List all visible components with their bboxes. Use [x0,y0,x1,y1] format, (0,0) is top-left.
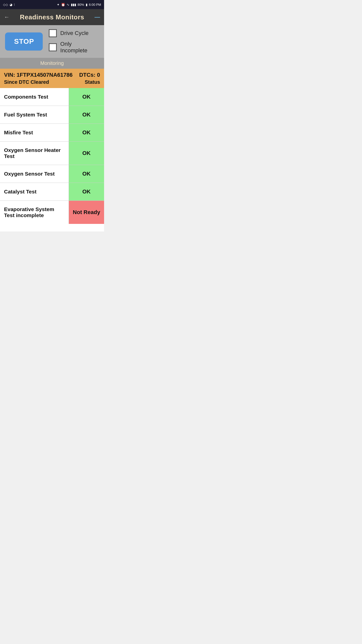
bluetooth-icon: ✦ [57,3,60,7]
minimize-button[interactable]: — [95,14,100,20]
monitoring-label: Monitoring [40,60,64,66]
only-incomplete-checkbox[interactable] [49,43,57,51]
battery-icon: ▮ [86,3,87,7]
stop-button[interactable]: STOP [5,32,43,51]
table-row: Fuel System TestOK [0,106,104,124]
battery-text: 80% [78,3,84,7]
table-row: Oxygen Sensor Heater TestOK [0,142,104,165]
table-row: Evaporative System Test incompleteNot Re… [0,201,104,224]
alarm-icon: ⏰ [61,3,65,7]
vin-left: VIN: 1FTPX14507NA61786 Since DTC Cleared [4,72,73,85]
voicemail-icon: ◇◇ [3,3,8,7]
drive-cycle-label: Drive Cycle [60,30,88,36]
status-column-header: Status [85,79,100,85]
checkboxes-container: Drive Cycle Only Incomplete [49,29,99,54]
status-bar: ◇◇ ◕ ⁝ ✦ ⏰ ∿ ▮▮▮ 80% ▮ 6:00 PM [0,0,104,9]
test-name-cell: Misfire Test [0,124,69,141]
test-status-cell: OK [69,124,104,141]
vin-display: VIN: 1FTPX14507NA61786 [4,72,73,78]
readiness-table: Components TestOKFuel System TestOKMisfi… [0,88,104,224]
test-name-cell: Evaporative System Test incomplete [0,201,69,224]
page-title: Readiness Monitors [20,13,84,21]
controls-section: STOP Drive Cycle Only Incomplete [0,25,104,58]
vin-right: DTCs: 0 Status [79,72,100,85]
dtc-count: DTCs: 0 [79,72,100,78]
test-name-cell: Components Test [0,88,69,106]
status-left-icons: ◇◇ ◕ ⁝ [3,3,15,7]
dots-icon: ⁝ [14,3,15,7]
drive-cycle-checkbox[interactable] [49,29,57,37]
monitoring-bar: Monitoring [0,58,104,69]
test-name-cell: Fuel System Test [0,106,69,124]
table-row: Components TestOK [0,88,104,106]
test-status-cell: Not Ready [69,201,104,224]
test-name-cell: Oxygen Sensor Heater Test [0,142,69,165]
bottom-padding [0,224,104,231]
test-status-cell: OK [69,88,104,106]
back-button[interactable]: ← [4,14,10,20]
status-right-icons: ✦ ⏰ ∿ ▮▮▮ 80% ▮ 6:00 PM [57,3,101,7]
only-incomplete-row: Only Incomplete [49,41,99,54]
table-row: Catalyst TestOK [0,183,104,201]
time-display: 6:00 PM [89,3,101,7]
test-name-cell: Catalyst Test [0,183,69,200]
signal-bars-icon: ▮▮▮ [71,3,76,7]
wifi-icon: ∿ [67,3,69,7]
test-status-cell: OK [69,165,104,183]
since-dtc-label: Since DTC Cleared [4,79,73,85]
app-header: ← Readiness Monitors — [0,9,104,25]
test-name-cell: Oxygen Sensor Test [0,165,69,183]
drive-cycle-row: Drive Cycle [49,29,99,37]
only-incomplete-label: Only Incomplete [60,41,99,54]
table-row: Misfire TestOK [0,124,104,142]
vin-section: VIN: 1FTPX14507NA61786 Since DTC Cleared… [0,69,104,88]
test-status-cell: OK [69,183,104,200]
test-status-cell: OK [69,106,104,124]
signal-a-icon: ◕ [10,3,12,7]
table-row: Oxygen Sensor TestOK [0,165,104,183]
test-status-cell: OK [69,142,104,165]
